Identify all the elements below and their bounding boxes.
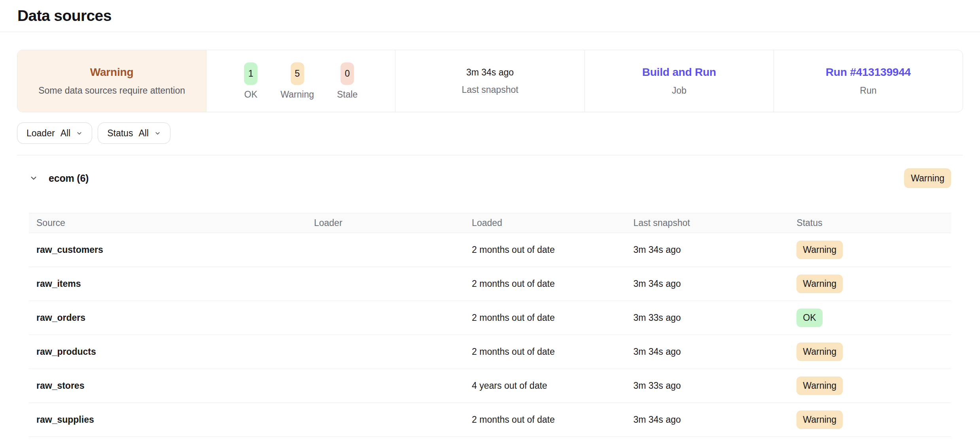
- status-filter-value: All: [138, 128, 149, 139]
- group-status-badge: Warning: [904, 168, 951, 188]
- stale-count-label: Stale: [337, 89, 358, 100]
- stat-stale: 0 Stale: [337, 62, 358, 100]
- run-card: Run #413139944 Run: [774, 50, 963, 112]
- last-snapshot-cell: 3m 34s ago: [633, 414, 796, 425]
- table-row[interactable]: raw_stores 4 years out of date 3m 33s ag…: [29, 369, 951, 403]
- status-badge: OK: [796, 309, 822, 327]
- ok-count-pill: 1: [244, 62, 257, 85]
- source-name: raw_products: [36, 346, 314, 357]
- status-badge: Warning: [796, 343, 843, 361]
- last-snapshot-cell: 3m 33s ago: [633, 380, 796, 391]
- last-snapshot-cell: 3m 33s ago: [633, 312, 796, 323]
- table-row[interactable]: raw_products 2 months out of date 3m 34s…: [29, 335, 951, 369]
- source-name: raw_orders: [36, 312, 314, 323]
- run-label: Run: [860, 85, 876, 96]
- page-title: Data sources: [17, 7, 112, 24]
- source-name: raw_stores: [36, 380, 314, 391]
- stat-ok: 1 OK: [244, 62, 257, 100]
- chevron-down-icon: [76, 130, 83, 137]
- run-link[interactable]: Run #413139944: [826, 66, 911, 79]
- status-summary-title: Warning: [90, 66, 134, 79]
- stale-count-pill: 0: [341, 62, 354, 85]
- ok-count-label: OK: [244, 89, 257, 100]
- sources-table: Source Loader Loaded Last snapshot Statu…: [29, 213, 951, 437]
- source-name: raw_customers: [36, 245, 314, 255]
- warning-count-pill: 5: [291, 62, 304, 85]
- source-group: ecom (6) Warning Source Loader Loaded La…: [29, 168, 951, 437]
- loaded-cell: 2 months out of date: [472, 414, 633, 425]
- loaded-cell: 2 months out of date: [472, 279, 633, 289]
- last-snapshot-cell: 3m 34s ago: [633, 279, 796, 289]
- column-header-last-snapshot: Last snapshot: [633, 218, 796, 228]
- section-divider: [17, 155, 963, 155]
- main-content: Warning Some data sources require attent…: [0, 50, 980, 437]
- status-filter-label: Status: [107, 128, 133, 139]
- status-filter-button[interactable]: Status All: [98, 122, 170, 144]
- status-badge: Warning: [796, 241, 843, 259]
- counts-wrap: 1 OK 5 Warning 0 Stale: [244, 62, 358, 100]
- column-header-loader: Loader: [314, 218, 472, 228]
- warning-count-label: Warning: [280, 89, 314, 100]
- status-summary-card: Warning Some data sources require attent…: [17, 50, 206, 112]
- job-link[interactable]: Build and Run: [642, 66, 716, 79]
- status-badge: Warning: [796, 410, 843, 429]
- table-row[interactable]: raw_supplies 2 months out of date 3m 34s…: [29, 403, 951, 437]
- source-name: raw_supplies: [36, 414, 314, 425]
- column-header-status: Status: [796, 218, 944, 228]
- counts-card: 1 OK 5 Warning 0 Stale: [206, 50, 395, 112]
- column-header-loaded: Loaded: [472, 218, 633, 228]
- job-label: Job: [672, 85, 687, 96]
- status-badge: Warning: [796, 275, 843, 293]
- loader-filter-label: Loader: [26, 128, 55, 139]
- status-summary-subtitle: Some data sources require attention: [38, 85, 185, 96]
- column-header-source: Source: [36, 218, 314, 228]
- chevron-down-icon: [29, 174, 38, 183]
- table-row[interactable]: raw_customers 2 months out of date 3m 34…: [29, 233, 951, 267]
- table-row[interactable]: raw_orders 2 months out of date 3m 33s a…: [29, 301, 951, 335]
- status-badge: Warning: [796, 376, 843, 395]
- last-snapshot-card: 3m 34s ago Last snapshot: [395, 50, 585, 112]
- group-name: ecom (6): [49, 173, 89, 184]
- last-snapshot-label: Last snapshot: [462, 85, 518, 95]
- loaded-cell: 4 years out of date: [472, 380, 633, 391]
- loaded-cell: 2 months out of date: [472, 346, 633, 357]
- loaded-cell: 2 months out of date: [472, 312, 633, 323]
- table-header-row: Source Loader Loaded Last snapshot Statu…: [29, 213, 951, 233]
- source-name: raw_items: [36, 279, 314, 289]
- table-row[interactable]: raw_items 2 months out of date 3m 34s ag…: [29, 267, 951, 301]
- loader-filter-value: All: [61, 128, 71, 139]
- last-snapshot-value: 3m 34s ago: [466, 67, 514, 78]
- filters-row: Loader All Status All: [17, 122, 963, 144]
- loaded-cell: 2 months out of date: [472, 245, 633, 255]
- page-header: Data sources: [0, 0, 980, 32]
- loader-filter-button[interactable]: Loader All: [17, 122, 92, 144]
- stat-warning: 5 Warning: [280, 62, 314, 100]
- last-snapshot-cell: 3m 34s ago: [633, 346, 796, 357]
- chevron-down-icon: [154, 130, 161, 137]
- group-header-toggle[interactable]: ecom (6) Warning: [29, 168, 951, 188]
- summary-bar: Warning Some data sources require attent…: [17, 50, 963, 112]
- last-snapshot-cell: 3m 34s ago: [633, 245, 796, 255]
- job-card: Build and Run Job: [585, 50, 774, 112]
